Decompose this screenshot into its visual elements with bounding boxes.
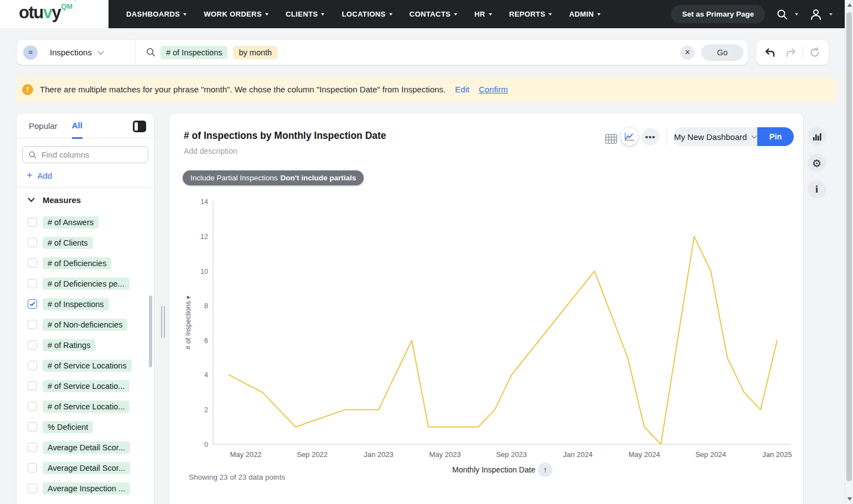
page-scrollbar[interactable] (845, 0, 853, 504)
add-column-button[interactable]: + Add (27, 170, 154, 180)
history-toolbar (756, 40, 829, 65)
nav-item-reports[interactable]: REPORTS (509, 10, 552, 18)
x-tick-label: Jan 2023 (364, 450, 394, 459)
chart-options-button[interactable] (808, 127, 826, 146)
sidebar-item-label: # of Clients (43, 237, 93, 249)
banner-confirm-link[interactable]: Confirm (479, 85, 508, 94)
view-toggle-group (605, 128, 638, 146)
x-tick-label: Sep 2022 (297, 450, 328, 459)
series-line-inspections (229, 236, 777, 444)
sidebar-item-label: # of Deficiencies pe... (43, 278, 130, 290)
nav-item-work-orders[interactable]: WORK ORDERS (204, 10, 268, 18)
add-description-placeholder[interactable]: Add description (184, 147, 237, 155)
query-tag-measure[interactable]: # of Inspections (161, 46, 228, 59)
checkbox[interactable] (28, 402, 37, 411)
y-tick-label: 6 (204, 337, 208, 345)
scrollbar-thumb[interactable] (846, 12, 852, 481)
checkbox[interactable] (28, 422, 37, 432)
chart-title: # of Inspections by Monthly Inspection D… (184, 130, 386, 142)
sidebar-item[interactable]: # of Deficiencies (17, 253, 154, 273)
global-search-menu[interactable] (776, 8, 798, 20)
undo-button[interactable] (764, 46, 776, 59)
chevron-down-icon (829, 13, 833, 15)
checkbox[interactable] (28, 217, 37, 227)
refresh-button[interactable] (809, 46, 821, 59)
checkbox[interactable] (28, 381, 37, 391)
y-tick-label: 14 (200, 198, 208, 206)
tab-all[interactable]: All (72, 113, 82, 139)
chevron-down-icon (752, 133, 757, 139)
collapse-panel-icon[interactable] (133, 121, 146, 132)
checkbox[interactable] (28, 361, 37, 370)
sidebar-item[interactable]: # of Service Locations (17, 355, 154, 376)
info-button[interactable]: i (808, 180, 826, 199)
chart-view-icon-active[interactable] (621, 128, 638, 146)
query-search-input[interactable]: # of Inspections by month (146, 46, 680, 59)
measures-list: # of Answers# of Clients# of Deficiencie… (17, 212, 154, 497)
pin-button[interactable]: Pin (757, 127, 794, 146)
checkbox-checked[interactable] (28, 299, 37, 309)
y-tick-label: 4 (204, 371, 208, 379)
line-chart[interactable]: 02468101214May 2022Sep 2022Jan 2023May 2… (183, 194, 794, 465)
sidebar-item[interactable]: # of Service Locatio... (17, 396, 154, 417)
y-tick-label: 8 (204, 302, 208, 310)
clear-query-button[interactable]: ✕ (680, 45, 695, 60)
nav-item-dashboards[interactable]: DASHBOARDS (126, 10, 187, 18)
checkbox[interactable] (28, 279, 37, 288)
checkbox[interactable] (28, 463, 37, 472)
nav-item-contacts[interactable]: CONTACTS (410, 10, 457, 18)
sidebar-item[interactable]: # of Service Locatio... (17, 376, 154, 396)
brand-logo[interactable]: otuvy QM ™ (0, 0, 108, 28)
checkbox[interactable] (28, 340, 37, 350)
checkbox[interactable] (28, 320, 37, 329)
sidebar-item[interactable]: Average Detail Scor... (17, 437, 154, 458)
sidebar-item[interactable]: # of Deficiencies pe... (17, 273, 154, 294)
sidebar-item[interactable]: # of Ratings (17, 335, 154, 355)
user-icon (809, 8, 823, 20)
tab-popular[interactable]: Popular (29, 114, 58, 138)
sidebar-item-label: # of Non-deficiencies (43, 319, 127, 331)
columns-list-container: Measures # of Answers# of Clients# of De… (17, 187, 154, 497)
go-button[interactable]: Go (701, 44, 743, 61)
query-tag-date[interactable]: by month (233, 46, 277, 59)
nav-item-locations[interactable]: LOCATIONS (342, 10, 392, 18)
settings-button[interactable]: ⚙ (808, 154, 826, 172)
x-axis-field-selector[interactable]: Monthly Inspection Date (452, 465, 545, 474)
more-options-button[interactable]: ••• (642, 128, 659, 146)
checkbox[interactable] (28, 484, 37, 493)
info-icon: i (815, 184, 818, 195)
sidebar-item[interactable]: # of Non-deficiencies (17, 314, 154, 335)
scroll-down-arrow-icon[interactable] (847, 497, 852, 501)
dataset-selector[interactable]: Inspections (50, 48, 103, 57)
nav-item-admin[interactable]: ADMIN (569, 10, 601, 18)
scroll-up-arrow-icon[interactable] (847, 3, 852, 7)
nav-item-clients[interactable]: CLIENTS (286, 10, 324, 18)
checkbox[interactable] (28, 443, 37, 452)
y-tick-label: 10 (200, 268, 208, 276)
sidebar-scrollbar-thumb[interactable] (149, 295, 152, 367)
sidebar-item[interactable]: % Deficient (17, 417, 154, 437)
user-account-menu[interactable] (809, 8, 833, 20)
sidebar-item[interactable]: Average Detail Scor... (17, 458, 154, 478)
table-view-icon[interactable] (605, 134, 617, 144)
checkbox[interactable] (28, 238, 37, 247)
nav-item-hr[interactable]: HR (474, 10, 492, 18)
partial-inspections-filter-chip[interactable]: Include Partial InspectionsDon't include… (183, 170, 364, 185)
y-tick-label: 12 (200, 233, 208, 241)
x-tick-label: May 2022 (230, 450, 261, 459)
measures-section-header[interactable]: Measures (17, 188, 154, 212)
dataset-menu-icon[interactable]: ≡ (23, 45, 38, 60)
sidebar-item[interactable]: # of Answers (17, 212, 154, 232)
banner-edit-link[interactable]: Edit (455, 85, 469, 94)
find-columns-input[interactable] (42, 150, 136, 159)
sidebar-item[interactable]: # of Clients (17, 232, 154, 253)
panel-resizer-handle[interactable] (161, 306, 166, 338)
dashboard-selector[interactable]: My New Dashboard (673, 127, 757, 146)
x-tick-label: Jan 2025 (762, 450, 792, 459)
redo-button[interactable] (785, 46, 797, 59)
sidebar-item[interactable]: Average Inspection ... (17, 478, 154, 497)
set-primary-page-button[interactable]: Set as Primary Page (671, 5, 765, 23)
sort-direction-button[interactable]: ↑ (538, 463, 552, 477)
checkbox[interactable] (28, 258, 37, 268)
sidebar-item[interactable]: # of Inspections (17, 294, 154, 314)
